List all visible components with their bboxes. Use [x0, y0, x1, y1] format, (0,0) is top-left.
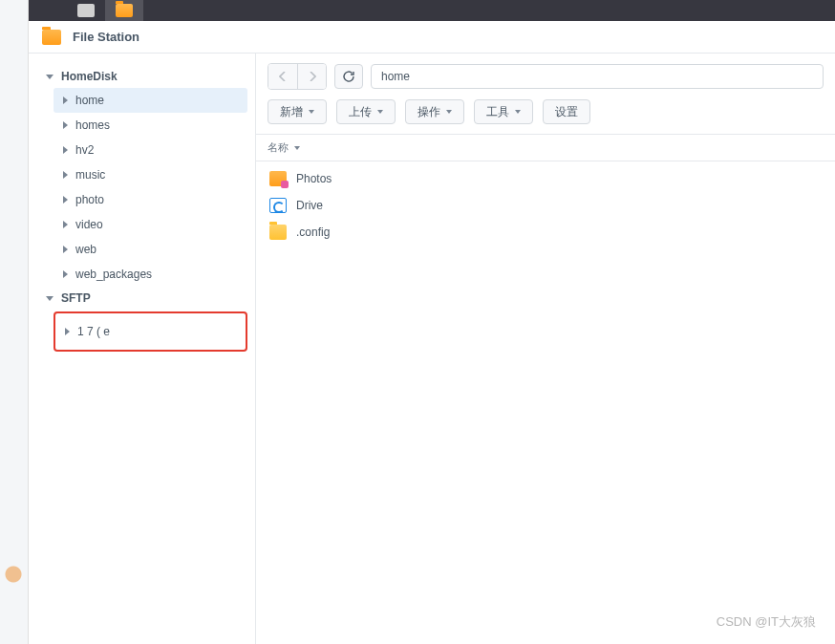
chevron-right-icon	[65, 328, 70, 335]
chevron-right-icon	[63, 196, 68, 204]
tree-node-sftp-server[interactable]: 1 7 ( e	[55, 319, 246, 344]
photos-folder-icon	[269, 171, 287, 186]
column-header-name[interactable]: 名称	[256, 134, 835, 161]
tree-node-video[interactable]: video	[54, 212, 247, 237]
sftp-highlight-box: 1 7 ( e	[54, 311, 247, 352]
settings-button[interactable]: 设置	[543, 99, 590, 124]
drive-icon	[269, 198, 287, 213]
tree-node-web-packages[interactable]: web_packages	[54, 262, 247, 287]
refresh-icon	[342, 70, 355, 83]
dropdown-icon	[377, 110, 383, 114]
file-row-drive[interactable]: Drive	[256, 192, 835, 219]
dropdown-icon	[309, 110, 314, 114]
create-button[interactable]: 新增	[268, 99, 327, 124]
sidebar: HomeDisk home homes hv2 music photo vide…	[29, 54, 256, 644]
chevron-down-icon	[46, 296, 54, 301]
app-icon	[42, 30, 61, 45]
chevron-right-icon	[63, 246, 68, 253]
tree-node-hv2[interactable]: hv2	[54, 138, 247, 162]
toolbar: 新增 上传 操作 工具 设置	[256, 96, 835, 134]
tree-root-homedisk[interactable]: HomeDisk home homes hv2 music photo vide…	[40, 65, 247, 287]
tree-node-music[interactable]: music	[54, 162, 247, 187]
file-name: .config	[296, 225, 330, 239]
chevron-right-icon	[63, 121, 68, 129]
tree-node-home[interactable]: home	[54, 88, 247, 113]
file-row-config[interactable]: .config	[256, 219, 835, 246]
file-row-photos[interactable]: Photos	[256, 165, 835, 192]
main-panel: 新增 上传 操作 工具 设置 名称 Photos Drive	[256, 54, 835, 644]
upload-button[interactable]: 上传	[336, 99, 396, 124]
chevron-right-icon	[63, 171, 68, 179]
chevron-right-icon	[63, 270, 68, 278]
tree-node-photo[interactable]: photo	[54, 187, 247, 212]
taskbar-app-panel[interactable]	[67, 0, 105, 21]
tree-node-web[interactable]: web	[54, 237, 247, 262]
avatar	[2, 563, 25, 611]
refresh-button[interactable]	[334, 64, 363, 89]
desktop-gutter	[0, 0, 29, 644]
panel-icon	[77, 4, 95, 17]
chevron-right-icon	[63, 221, 68, 228]
file-name: Photos	[296, 172, 332, 185]
folder-icon	[116, 4, 133, 17]
taskbar	[29, 0, 835, 21]
titlebar: File Station	[29, 21, 835, 54]
nav-forward-button[interactable]	[297, 64, 326, 89]
chevron-right-icon	[309, 72, 316, 81]
file-list: Photos Drive .config	[256, 161, 835, 249]
dropdown-icon	[446, 110, 452, 114]
chevron-right-icon	[63, 146, 68, 154]
folder-icon	[269, 225, 287, 240]
nav-back-forward	[268, 63, 327, 90]
sort-icon	[294, 146, 300, 150]
chevron-left-icon	[279, 72, 287, 81]
taskbar-app-filestation[interactable]	[105, 0, 143, 21]
filestation-window: File Station HomeDisk home homes hv2 mus…	[29, 21, 835, 644]
dropdown-icon	[515, 110, 521, 114]
window-title: File Station	[73, 30, 139, 44]
tree-root-sftp[interactable]: SFTP 1 7 ( e	[40, 287, 247, 352]
tree-node-homes[interactable]: homes	[54, 113, 247, 138]
tools-button[interactable]: 工具	[474, 99, 533, 124]
action-button[interactable]: 操作	[405, 99, 464, 124]
file-name: Drive	[296, 199, 323, 212]
chevron-down-icon	[46, 75, 54, 79]
path-input[interactable]	[371, 64, 824, 89]
nav-back-button[interactable]	[268, 64, 297, 89]
chevron-right-icon	[63, 97, 68, 104]
nav-row	[256, 54, 835, 96]
